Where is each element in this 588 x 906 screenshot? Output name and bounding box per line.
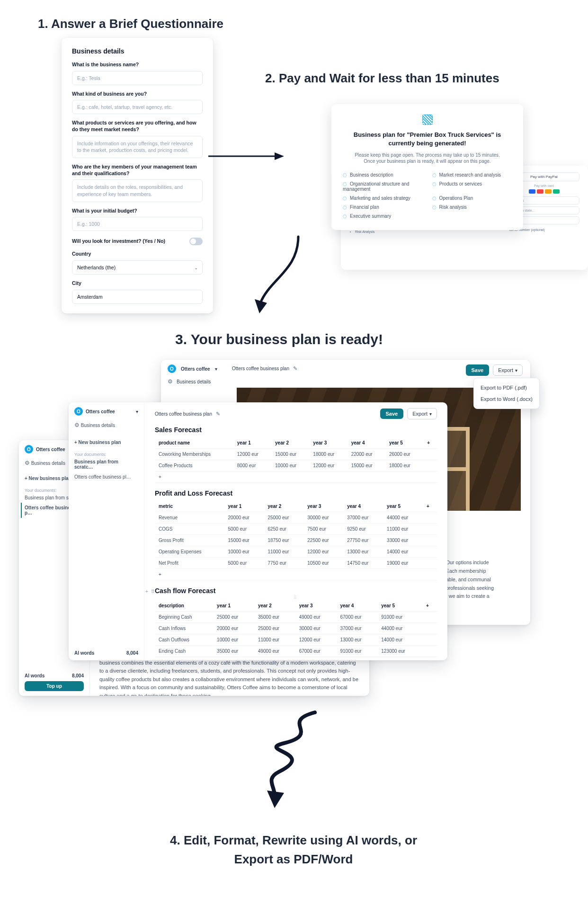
chevron-down-icon[interactable]	[136, 409, 138, 414]
table-cell[interactable]: 18750 eur	[264, 535, 303, 546]
table-cell[interactable]: 7500 eur	[303, 524, 343, 535]
table-cell[interactable]: 44000 eur	[383, 512, 423, 524]
table-row[interactable]: Cash Inflows20000 eur25000 eur30000 eur3…	[155, 623, 437, 634]
table-cell[interactable]: 25000 eur	[213, 612, 254, 623]
business-details-link[interactable]: Business details	[177, 379, 211, 384]
table-cell[interactable]: 12000 eur	[295, 634, 337, 646]
table-row[interactable]: Coworking Memberships12000 eur15000 eur1…	[155, 449, 437, 460]
table-cell[interactable]: Coworking Memberships	[155, 449, 233, 460]
table-cell[interactable]: 27750 eur	[343, 535, 383, 546]
q-budget-input[interactable]: E.g.: 1000	[72, 217, 203, 231]
table-cell[interactable]: 10500 eur	[303, 558, 343, 569]
table-cell[interactable]: 15000 eur	[224, 535, 264, 546]
add-column-icon[interactable]: +	[422, 600, 437, 612]
table-cell[interactable]: Cash Inflows	[155, 623, 213, 634]
export-button[interactable]: Export	[407, 408, 437, 419]
table-cell[interactable]: 14000 eur	[377, 634, 422, 646]
export-button[interactable]: Export	[493, 364, 523, 376]
drag-handle-icon[interactable]: ⠿	[155, 595, 437, 600]
table-cell[interactable]: 19000 eur	[383, 558, 423, 569]
table-cell[interactable]: Revenue	[155, 512, 224, 524]
table-cell[interactable]: 20000 eur	[224, 512, 264, 524]
table-cell[interactable]: 12000 eur	[309, 460, 347, 471]
table-cell[interactable]: Coffee Products	[155, 460, 233, 471]
table-cell[interactable]: 33000 eur	[383, 535, 423, 546]
table-cell[interactable]: 26000 eur	[385, 449, 423, 460]
table-row[interactable]: Operating Expenses10000 eur11000 eur1200…	[155, 546, 437, 558]
table-cell[interactable]: 35000 eur	[254, 612, 295, 623]
export-pdf-item[interactable]: Export to PDF (.pdf)	[474, 382, 539, 393]
doc-link[interactable]: Otters coffee business pl…	[74, 472, 138, 482]
table-cell[interactable]: 14000 eur	[383, 546, 423, 558]
table-row[interactable]: Beginning Cash25000 eur35000 eur49000 eu…	[155, 612, 437, 623]
add-row-icon[interactable]: +	[145, 589, 148, 594]
table-cell[interactable]: 12000 eur	[303, 546, 343, 558]
table-cell[interactable]: 15000 eur	[271, 449, 309, 460]
table-cell[interactable]: 13000 eur	[336, 634, 377, 646]
table-cell[interactable]: 18000 eur	[385, 460, 423, 471]
gear-icon[interactable]	[74, 423, 80, 428]
table-cell[interactable]: 30000 eur	[295, 623, 337, 634]
add-row-icon[interactable]: +	[155, 471, 437, 483]
table-cell[interactable]: 14750 eur	[343, 558, 383, 569]
table-cell[interactable]: 22000 eur	[347, 449, 385, 460]
q-kind-input[interactable]: E.g.: cafe, hotel, startup, travel agenc…	[72, 100, 203, 114]
table-cell[interactable]: 91000 eur	[336, 646, 377, 657]
table-cell[interactable]: 20000 eur	[213, 623, 254, 634]
table-row[interactable]: Ending Cash35000 eur49000 eur67000 eur91…	[155, 646, 437, 657]
workspace-name[interactable]: Otters coffee	[36, 447, 65, 452]
table-cell[interactable]: Cash Outflows	[155, 634, 213, 646]
top-up-button[interactable]: Top up	[25, 681, 84, 691]
table-cell[interactable]: 67000 eur	[336, 612, 377, 623]
chevron-down-icon[interactable]	[215, 366, 217, 372]
table-cell[interactable]: 8000 eur	[233, 460, 271, 471]
workspace-name[interactable]: Otters coffee	[181, 366, 210, 372]
table-row[interactable]: Coffee Products8000 eur10000 eur12000 eu…	[155, 460, 437, 471]
table-cell[interactable]: Ending Cash	[155, 646, 213, 657]
workspace-name[interactable]: Otters coffee	[86, 409, 115, 414]
table-cell[interactable]: 25000 eur	[264, 512, 303, 524]
q-products-textarea[interactable]: Include information on your offerings, t…	[72, 136, 203, 158]
table-cell[interactable]: 49000 eur	[295, 612, 337, 623]
table-cell[interactable]: 11000 eur	[254, 634, 295, 646]
save-button[interactable]: Save	[466, 364, 490, 376]
table-cell[interactable]: 10000 eur	[213, 634, 254, 646]
q-business-name-input[interactable]: E.g.: Tesla	[72, 71, 203, 85]
save-button[interactable]: Save	[380, 409, 404, 419]
gear-icon[interactable]	[25, 461, 30, 466]
investment-toggle[interactable]	[189, 238, 203, 245]
table-cell[interactable]: Beginning Cash	[155, 612, 213, 623]
table-cell[interactable]: 67000 eur	[295, 646, 337, 657]
add-column-icon[interactable]: +	[423, 501, 437, 512]
table-cell[interactable]: 6250 eur	[264, 524, 303, 535]
table-cell[interactable]: 11000 eur	[383, 524, 423, 535]
table-cell[interactable]: 30000 eur	[303, 512, 343, 524]
table-row[interactable]: Revenue20000 eur25000 eur30000 eur37000 …	[155, 512, 437, 524]
table-cell[interactable]: Net Profit	[155, 558, 224, 569]
table-row[interactable]: COGS5000 eur6250 eur7500 eur9250 eur1100…	[155, 524, 437, 535]
table-cell[interactable]: 123000 eur	[377, 646, 422, 657]
table-cell[interactable]: Gross Profit	[155, 535, 224, 546]
table-cell[interactable]: 35000 eur	[213, 646, 254, 657]
table-cell[interactable]: 91000 eur	[377, 612, 422, 623]
table-cell[interactable]: 44000 eur	[377, 623, 422, 634]
q-team-textarea[interactable]: Include details on the roles, responsibi…	[72, 179, 203, 202]
pencil-icon[interactable]	[293, 365, 297, 372]
table-cell[interactable]: 11000 eur	[264, 546, 303, 558]
table-cell[interactable]: 10000 eur	[271, 460, 309, 471]
new-business-plan-button[interactable]: + New business plan	[74, 437, 138, 447]
export-docx-item[interactable]: Export to Word (.docx)	[474, 393, 539, 405]
table-cell[interactable]: 18000 eur	[309, 449, 347, 460]
table-cell[interactable]: 22500 eur	[303, 535, 343, 546]
table-cell[interactable]: 25000 eur	[254, 623, 295, 634]
table-cell[interactable]: 37000 eur	[336, 623, 377, 634]
business-details-link[interactable]: Business details	[81, 423, 115, 428]
add-column-icon[interactable]: +	[423, 437, 437, 449]
table-cell[interactable]: 37000 eur	[343, 512, 383, 524]
city-input[interactable]: Amsterdam	[72, 290, 203, 304]
business-details-link[interactable]: Business details	[31, 461, 65, 466]
add-row-icon[interactable]: +	[155, 657, 437, 661]
table-cell[interactable]: 10000 eur	[224, 546, 264, 558]
table-cell[interactable]: 12000 eur	[233, 449, 271, 460]
table-row[interactable]: Net Profit5000 eur7750 eur10500 eur14750…	[155, 558, 437, 569]
